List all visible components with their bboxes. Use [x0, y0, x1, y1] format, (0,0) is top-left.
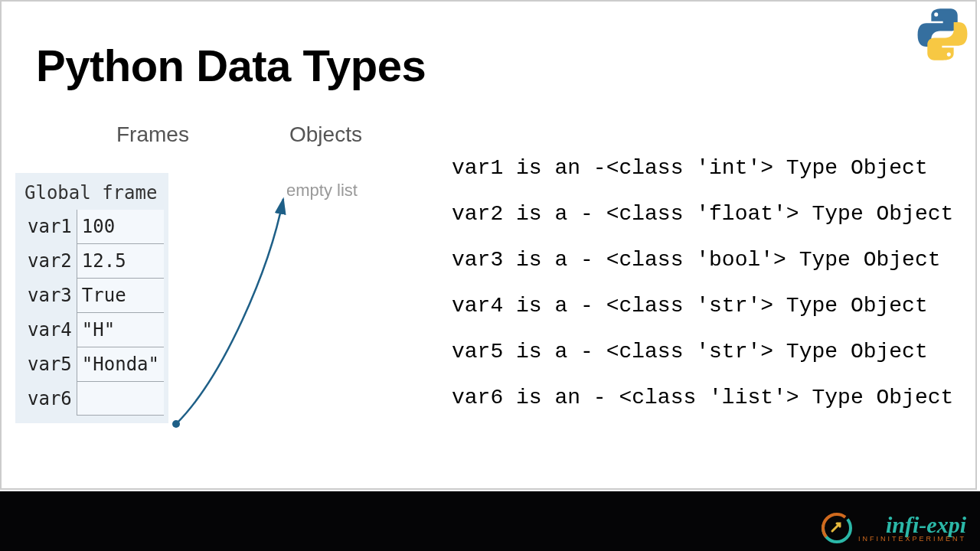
- global-frame-box: Global frame var1 100 var2 12.5 var3 Tru…: [15, 173, 168, 423]
- output-line: var1 is an -<class 'int'> Type Object: [452, 145, 953, 191]
- frame-title: Global frame: [20, 179, 164, 210]
- output-line: var6 is an - <class 'list'> Type Object: [452, 375, 953, 421]
- output-line: var5 is a - <class 'str'> Type Object: [452, 329, 953, 375]
- objects-column-header: Objects: [289, 122, 362, 147]
- var-name: var3: [20, 279, 77, 313]
- frame-variable-table: var1 100 var2 12.5 var3 True var4 "H" va…: [20, 210, 164, 416]
- brand-name: infi-expi: [886, 514, 966, 536]
- brand-logo: infi-expi INFINITEXPERIMENT: [820, 511, 966, 545]
- svg-point-1: [947, 53, 951, 57]
- python-logo-icon: [916, 8, 969, 61]
- var-value: "H": [77, 313, 164, 347]
- svg-point-0: [934, 12, 938, 16]
- var-value: True: [77, 279, 164, 313]
- var-name: var2: [20, 244, 77, 279]
- swirl-icon: [820, 511, 854, 545]
- empty-list-label: empty list: [286, 181, 358, 201]
- brand-tagline: INFINITEXPERIMENT: [858, 535, 966, 543]
- var-value: "Honda": [77, 347, 164, 382]
- table-row: var6: [20, 382, 164, 416]
- var-name: var1: [20, 210, 77, 244]
- slide-container: Python Data Types Frames Objects Global …: [0, 0, 977, 490]
- video-bottom-bar: infi-expi INFINITEXPERIMENT: [0, 491, 980, 551]
- output-line: var4 is a - <class 'str'> Type Object: [452, 283, 953, 329]
- output-line: var3 is a - <class 'bool'> Type Object: [452, 237, 953, 283]
- frames-column-header: Frames: [116, 122, 189, 147]
- table-row: var1 100: [20, 210, 164, 244]
- table-row: var3 True: [20, 279, 164, 313]
- table-row: var5 "Honda": [20, 347, 164, 382]
- var-name: var5: [20, 347, 77, 382]
- var-value: 100: [77, 210, 164, 244]
- pointer-arrow-icon: [155, 178, 308, 438]
- svg-point-2: [172, 420, 180, 428]
- table-row: var4 "H": [20, 313, 164, 347]
- var-name: var6: [20, 382, 77, 416]
- table-row: var2 12.5: [20, 244, 164, 279]
- output-line: var2 is a - <class 'float'> Type Object: [452, 191, 953, 237]
- var-value: 12.5: [77, 244, 164, 279]
- var-name: var4: [20, 313, 77, 347]
- slide-title: Python Data Types: [36, 40, 426, 91]
- var-value: [77, 382, 164, 416]
- console-output: var1 is an -<class 'int'> Type Object va…: [452, 145, 953, 421]
